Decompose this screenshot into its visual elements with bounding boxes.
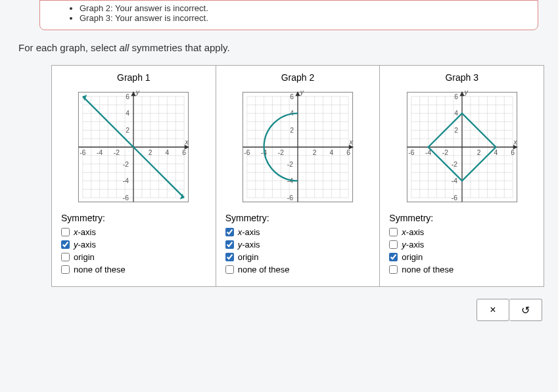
svg-text:4: 4 [454, 110, 458, 117]
svg-text:6: 6 [454, 93, 458, 100]
svg-text:-6: -6 [287, 194, 293, 202]
graph-3-plot: -6-4-2246 642-2-4-6 xy [393, 88, 531, 206]
option-none[interactable]: none of these [61, 265, 208, 274]
svg-text:2: 2 [126, 127, 129, 134]
svg-text:6: 6 [183, 149, 187, 156]
checkbox-none[interactable] [389, 265, 398, 274]
feedback-item: Graph 2: Your answer is incorrect. [80, 3, 527, 13]
svg-text:6: 6 [346, 149, 350, 156]
graph-cell-2: Graph 2 -6-4-2246 642-2-4-6 xy Symmetry:… [216, 66, 381, 286]
svg-text:6: 6 [511, 149, 515, 156]
svg-text:x: x [348, 139, 353, 146]
checkbox-origin[interactable] [225, 253, 234, 261]
option-origin[interactable]: origin [61, 252, 208, 262]
option-x-axis[interactable]: x-axis [61, 227, 208, 237]
checkbox-x-axis[interactable] [389, 228, 398, 236]
option-x-axis[interactable]: x-axis [225, 227, 372, 237]
svg-text:-6: -6 [452, 194, 457, 202]
instruction-text: For each graph, select all symmetries th… [18, 42, 558, 53]
checkbox-origin[interactable] [389, 253, 398, 261]
svg-text:4: 4 [166, 149, 170, 156]
svg-text:y: y [135, 89, 140, 96]
option-none[interactable]: none of these [225, 265, 372, 274]
svg-text:-2: -2 [452, 161, 457, 168]
option-y-axis[interactable]: y-axis [61, 240, 208, 250]
svg-text:2: 2 [477, 149, 481, 156]
graphs-container: Graph 1 -6-4-2246 642-2-4-6 xy Symmetr [51, 65, 544, 287]
feedback-box: Graph 2: Your answer is incorrect. Graph… [39, 0, 538, 30]
close-icon: × [490, 304, 496, 316]
action-bar: × ↺ [0, 299, 542, 321]
svg-text:4: 4 [126, 110, 129, 117]
svg-text:-6: -6 [244, 149, 250, 156]
svg-text:-2: -2 [114, 149, 120, 156]
graph-title: Graph 1 [60, 72, 208, 83]
svg-text:-2: -2 [123, 161, 129, 168]
symmetry-label: Symmetry: [389, 213, 536, 223]
svg-text:2: 2 [149, 149, 152, 156]
option-y-axis[interactable]: y-axis [225, 240, 372, 250]
option-y-axis[interactable]: y-axis [389, 240, 536, 250]
checkbox-y-axis[interactable] [389, 240, 398, 249]
svg-text:6: 6 [126, 93, 129, 100]
checkbox-origin[interactable] [61, 253, 70, 261]
svg-text:-2: -2 [287, 161, 293, 168]
option-none[interactable]: none of these [389, 265, 536, 274]
symmetry-label: Symmetry: [61, 213, 208, 223]
svg-text:y: y [464, 89, 469, 96]
checkbox-y-axis[interactable] [61, 240, 70, 249]
svg-text:-6: -6 [408, 149, 414, 156]
svg-text:x: x [185, 139, 189, 146]
symmetry-label: Symmetry: [225, 213, 372, 223]
checkbox-x-axis[interactable] [61, 228, 70, 236]
graph-title: Graph 3 [388, 72, 536, 83]
feedback-item: Graph 3: Your answer is incorrect. [80, 13, 527, 23]
checkbox-none[interactable] [61, 265, 70, 274]
close-button[interactable]: × [477, 299, 509, 321]
graph-1-plot: -6-4-2246 642-2-4-6 xy [64, 88, 202, 206]
svg-text:-2: -2 [278, 149, 284, 156]
checkbox-x-axis[interactable] [225, 228, 234, 236]
svg-text:-2: -2 [442, 149, 448, 156]
option-origin[interactable]: origin [225, 252, 372, 262]
option-origin[interactable]: origin [389, 252, 536, 262]
svg-text:-4: -4 [452, 177, 457, 185]
graph-title: Graph 2 [224, 72, 372, 83]
svg-text:2: 2 [313, 149, 317, 156]
svg-text:-4: -4 [123, 177, 129, 185]
svg-text:x: x [513, 139, 517, 146]
svg-text:2: 2 [290, 127, 294, 134]
graph-2-plot: -6-4-2246 642-2-4-6 xy [229, 88, 367, 206]
checkbox-y-axis[interactable] [225, 240, 234, 249]
reset-button[interactable]: ↺ [509, 299, 542, 321]
option-x-axis[interactable]: x-axis [389, 227, 536, 237]
svg-text:-6: -6 [80, 149, 86, 156]
svg-text:4: 4 [494, 149, 498, 156]
checkbox-none[interactable] [225, 265, 234, 274]
graph-cell-3: Graph 3 -6-4-2246 642-2-4-6 xy Symmetry:… [380, 66, 544, 286]
svg-text:2: 2 [454, 127, 458, 134]
svg-text:y: y [300, 89, 304, 96]
reset-icon: ↺ [521, 304, 530, 316]
svg-text:6: 6 [290, 93, 294, 100]
svg-text:-4: -4 [97, 149, 103, 156]
svg-text:-6: -6 [123, 194, 129, 202]
svg-text:4: 4 [330, 149, 334, 156]
graph-cell-1: Graph 1 -6-4-2246 642-2-4-6 xy Symmetr [52, 66, 216, 286]
